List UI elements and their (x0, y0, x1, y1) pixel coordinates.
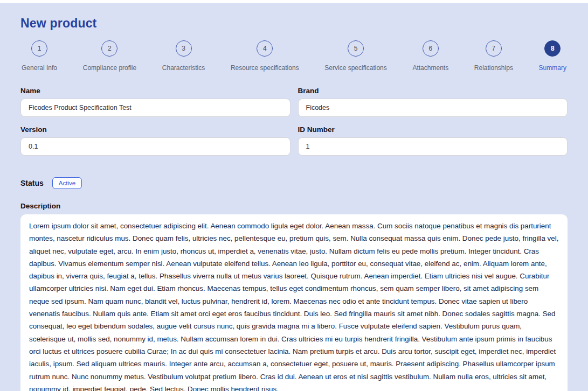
step-label: Resource specifications (231, 64, 299, 72)
step-label: Compliance profile (83, 64, 136, 72)
step-number-circle[interactable]: 7 (486, 40, 502, 57)
description-section: Description Lorem ipsum dolor sit amet, … (20, 202, 568, 391)
step-number-circle[interactable]: 1 (31, 40, 47, 57)
version-field-group: Version (20, 125, 290, 156)
version-input[interactable] (20, 137, 290, 156)
name-field-group: Name (20, 87, 290, 117)
name-input[interactable] (20, 99, 290, 117)
step-number-circle[interactable]: 6 (423, 40, 439, 57)
step-label: Service specifications (324, 64, 386, 72)
id-number-field-group: ID Number (298, 125, 568, 156)
step-compliance-profile[interactable]: 2 Compliance profile (83, 40, 136, 72)
step-attachments[interactable]: 6 Attachments (412, 40, 448, 72)
step-general-info[interactable]: 1 General Info (22, 40, 57, 72)
step-resource-specifications[interactable]: 4 Resource specifications (231, 40, 299, 72)
form-right-column: Brand ID Number (298, 87, 568, 164)
status-row: Status Active (20, 177, 568, 189)
id-number-input[interactable] (298, 137, 568, 156)
new-product-page: New product 1 General Info 2 Compliance … (0, 3, 588, 391)
page-title: New product (20, 16, 568, 31)
description-textbox[interactable]: Lorem ipsum dolor sit amet, consectetuer… (20, 214, 568, 391)
name-label: Name (20, 87, 290, 95)
step-characteristics[interactable]: 3 Characteristics (162, 40, 205, 72)
brand-input[interactable] (298, 99, 568, 117)
brand-label: Brand (298, 87, 568, 95)
step-label: Attachments (412, 64, 448, 72)
status-active-badge[interactable]: Active (52, 177, 82, 189)
step-number-circle[interactable]: 5 (348, 40, 364, 57)
description-label: Description (20, 202, 568, 210)
version-label: Version (20, 125, 290, 134)
step-label: General Info (22, 64, 57, 72)
step-label: Relationships (474, 64, 513, 72)
step-number-circle[interactable]: 4 (257, 40, 273, 57)
step-label: Summary (539, 64, 566, 72)
summary-form: Name Version Brand ID Number (20, 87, 568, 164)
step-service-specifications[interactable]: 5 Service specifications (324, 40, 386, 72)
form-left-column: Name Version (20, 87, 290, 164)
step-relationships[interactable]: 7 Relationships (474, 40, 513, 72)
id-number-label: ID Number (298, 125, 568, 134)
step-number-circle[interactable]: 2 (101, 40, 117, 57)
brand-field-group: Brand (298, 87, 568, 117)
wizard-stepper: 1 General Info 2 Compliance profile 3 Ch… (22, 40, 566, 72)
status-label: Status (20, 179, 44, 187)
step-label: Characteristics (162, 64, 205, 72)
step-number-circle[interactable]: 8 (544, 40, 561, 57)
step-number-circle[interactable]: 3 (176, 40, 192, 57)
step-summary-active[interactable]: 8 Summary (539, 40, 566, 72)
